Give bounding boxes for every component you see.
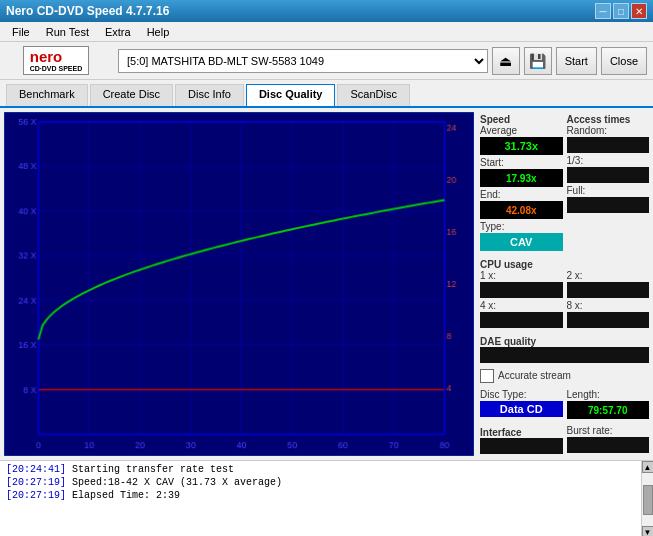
log-time-2: [20:27:19] — [6, 490, 66, 501]
full-value — [567, 197, 650, 213]
start-label: Start: — [480, 157, 563, 168]
cpu-x1-col: 1 x: — [480, 270, 563, 298]
menu-file[interactable]: File — [4, 24, 38, 40]
right-panel: Speed Average 31.73x Start: 17.93x End: … — [478, 108, 653, 460]
menu-help[interactable]: Help — [139, 24, 178, 40]
menu-bar: File Run Test Extra Help — [0, 22, 653, 42]
one-third-value — [567, 167, 650, 183]
length-label: Length: — [567, 389, 650, 400]
average-value: 31.73x — [480, 137, 563, 155]
speed-title: Speed — [480, 114, 563, 125]
minimize-button[interactable]: ─ — [595, 3, 611, 19]
menu-extra[interactable]: Extra — [97, 24, 139, 40]
cpu-x8-col: 8 x: — [567, 300, 650, 328]
full-row: Full: — [567, 185, 650, 213]
cpu-row: 1 x: 2 x: — [480, 270, 649, 298]
cpu-title: CPU usage — [480, 259, 649, 270]
random-label: Random: — [567, 125, 650, 136]
end-row: End: 42.08x — [480, 189, 563, 219]
one-third-label: 1/3: — [567, 155, 650, 166]
start-col: Start: 17.93x — [480, 157, 563, 187]
drive-selector[interactable]: [5:0] MATSHITA BD-MLT SW-5583 1049 — [118, 49, 488, 73]
type-label: Type: — [480, 221, 563, 232]
cpu-x4-label: 4 x: — [480, 300, 563, 311]
start-end-row: Start: 17.93x — [480, 157, 563, 187]
cpu-x4-col: 4 x: — [480, 300, 563, 328]
close-button[interactable]: ✕ — [631, 3, 647, 19]
log-area: [20:24:41] Starting transfer rate test [… — [0, 460, 653, 536]
window-controls: ─ □ ✕ — [595, 3, 647, 19]
log-time-1: [20:27:19] — [6, 477, 66, 488]
interface-title: Interface — [480, 427, 563, 438]
save-icon-button[interactable]: 💾 — [524, 47, 552, 75]
tabs-bar: Benchmark Create Disc Disc Info Disc Qua… — [0, 80, 653, 108]
log-content[interactable]: [20:24:41] Starting transfer rate test [… — [0, 461, 641, 536]
log-entry-2: [20:27:19] Elapsed Time: 2:39 — [6, 489, 635, 502]
chart-and-right: Speed Average 31.73x Start: 17.93x End: … — [0, 108, 653, 460]
burst-rate-col: Burst rate: — [567, 425, 650, 454]
access-times-section: Access times Random: 1/3: Full: — [567, 112, 650, 251]
tab-create-disc[interactable]: Create Disc — [90, 84, 173, 106]
accurate-stream-checkbox[interactable] — [480, 369, 494, 383]
close-disc-button[interactable]: Close — [601, 47, 647, 75]
cpu-usage-section: CPU usage 1 x: 2 x: 4 x: — [480, 257, 649, 328]
length-col: Length: 79:57.70 — [567, 389, 650, 419]
log-scrollbar[interactable]: ▲ ▼ — [641, 461, 653, 536]
disc-type-length-row: Disc Type: Data CD Length: 79:57.70 — [480, 389, 649, 419]
burst-rate-label: Burst rate: — [567, 425, 650, 436]
end-label: End: — [480, 189, 563, 200]
tab-disc-quality[interactable]: Disc Quality — [246, 84, 336, 106]
tab-scan-disc[interactable]: ScanDisc — [337, 84, 409, 106]
start-value: 17.93x — [480, 169, 563, 187]
access-times-title: Access times — [567, 114, 650, 125]
scroll-thumb[interactable] — [643, 485, 653, 515]
scroll-up-arrow[interactable]: ▲ — [642, 461, 654, 473]
start-button[interactable]: Start — [556, 47, 597, 75]
log-inner: [20:24:41] Starting transfer rate test [… — [0, 461, 653, 536]
dae-value — [480, 347, 649, 363]
speed-access-row: Speed Average 31.73x Start: 17.93x End: … — [480, 112, 649, 251]
disc-type-value: Data CD — [480, 401, 563, 417]
maximize-button[interactable]: □ — [613, 3, 629, 19]
log-entry-0: [20:24:41] Starting transfer rate test — [6, 463, 635, 476]
type-row: Type: CAV — [480, 221, 563, 251]
cpu-x2-col: 2 x: — [567, 270, 650, 298]
log-time-0: [20:24:41] — [6, 464, 66, 475]
scroll-down-arrow[interactable]: ▼ — [642, 526, 654, 536]
menu-run-test[interactable]: Run Test — [38, 24, 97, 40]
interface-value — [480, 438, 563, 454]
benchmark-chart — [4, 112, 474, 456]
full-label: Full: — [567, 185, 650, 196]
nero-logo: nero CD·DVD SPEED — [6, 45, 106, 77]
tab-disc-info[interactable]: Disc Info — [175, 84, 244, 106]
cpu-x2-label: 2 x: — [567, 270, 650, 281]
burst-rate-value — [567, 437, 650, 453]
log-text-1: Speed:18-42 X CAV (31.73 X average) — [72, 477, 282, 488]
toolbar: nero CD·DVD SPEED [5:0] MATSHITA BD-MLT … — [0, 42, 653, 80]
title-bar: Nero CD-DVD Speed 4.7.7.16 ─ □ ✕ — [0, 0, 653, 22]
log-text-0: Starting transfer rate test — [72, 464, 234, 475]
chart-area — [0, 108, 478, 460]
speed-section: Speed Average 31.73x Start: 17.93x End: … — [480, 112, 563, 251]
log-entry-1: [20:27:19] Speed:18-42 X CAV (31.73 X av… — [6, 476, 635, 489]
cpu-row2: 4 x: 8 x: — [480, 300, 649, 328]
cpu-x4-value — [480, 312, 563, 328]
tab-benchmark[interactable]: Benchmark — [6, 84, 88, 106]
content-wrapper: Speed Average 31.73x Start: 17.93x End: … — [0, 108, 653, 536]
eject-icon-button[interactable]: ⏏ — [492, 47, 520, 75]
app-title: Nero CD-DVD Speed 4.7.7.16 — [6, 4, 169, 18]
random-value — [567, 137, 650, 153]
cpu-x8-value — [567, 312, 650, 328]
accurate-stream-label: Accurate stream — [498, 370, 571, 381]
end-value: 42.08x — [480, 201, 563, 219]
type-value: CAV — [480, 233, 563, 251]
cpu-x8-label: 8 x: — [567, 300, 650, 311]
disc-type-label: Disc Type: — [480, 389, 563, 400]
cpu-x2-value — [567, 282, 650, 298]
one-third-row: 1/3: — [567, 155, 650, 183]
average-label: Average — [480, 125, 563, 136]
cpu-x1-value — [480, 282, 563, 298]
log-text-2: Elapsed Time: 2:39 — [72, 490, 180, 501]
accurate-stream-section: Accurate stream — [480, 369, 649, 383]
cpu-x1-label: 1 x: — [480, 270, 563, 281]
